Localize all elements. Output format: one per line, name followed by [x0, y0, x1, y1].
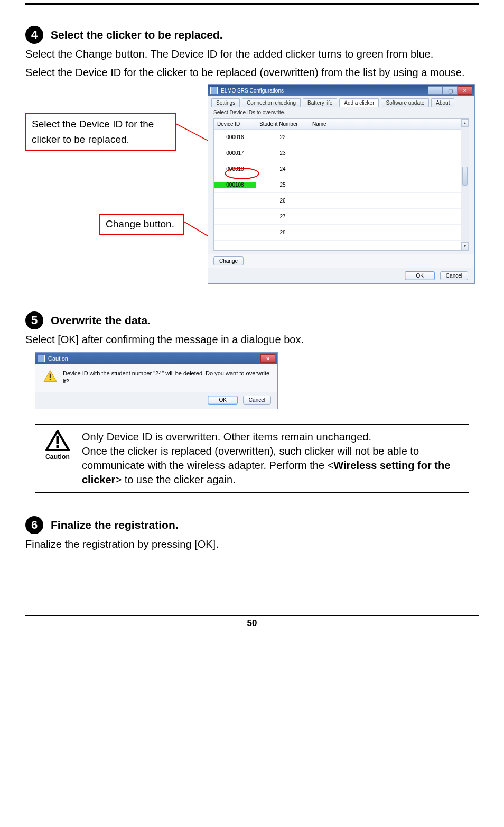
dialog-app-icon — [38, 355, 45, 362]
cancel-button[interactable]: Cancel — [440, 271, 468, 280]
callout-select-device: Select the Device ID for the clicker to … — [25, 113, 176, 151]
table-row[interactable]: 27 — [214, 209, 469, 225]
caution-icon — [45, 430, 70, 451]
caution-note-text: Only Device ID is overwritten. Other ite… — [82, 430, 461, 487]
callout-change-button: Change button. — [99, 214, 184, 235]
tab-about[interactable]: About — [431, 98, 454, 107]
tab-row: Settings Connection checking Battery lif… — [208, 96, 474, 107]
minimize-button[interactable]: ‒ — [428, 86, 443, 95]
tab-software-update[interactable]: Software update — [381, 98, 429, 107]
scroll-thumb[interactable] — [462, 167, 468, 186]
step-title: Finalize the registration. — [51, 519, 179, 531]
step-4-body-line2: Select the Device ID for the clicker to … — [25, 66, 479, 80]
ok-button[interactable]: OK — [405, 271, 434, 280]
dialog-message: Device ID with the student number "24" w… — [63, 370, 270, 385]
svg-rect-5 — [50, 374, 51, 378]
change-button-row: Change — [208, 254, 474, 268]
col-header-name: Name — [309, 119, 469, 129]
warning-icon — [43, 370, 58, 382]
tab-battery-life[interactable]: Battery life — [303, 98, 337, 107]
table-row[interactable]: 26 — [214, 193, 469, 209]
svg-rect-9 — [57, 445, 59, 448]
dialog-titlebar: Caution ✕ — [35, 353, 277, 364]
step-4-heading: 4 Select the clicker to be replaced. — [25, 26, 479, 44]
window-title: ELMO SRS Configurations — [221, 88, 284, 94]
table-row[interactable]: 000016 22 — [214, 130, 469, 145]
tab-connection-checking[interactable]: Connection checking — [242, 98, 301, 107]
footer-divider — [25, 615, 479, 616]
screenshot-region: Select the Device ID for the clicker to … — [25, 84, 479, 290]
window-titlebar: ELMO SRS Configurations ‒ ▢ ✕ — [208, 85, 474, 96]
maximize-button[interactable]: ▢ — [443, 86, 458, 95]
grid-scrollbar[interactable]: ▴ ▾ — [461, 119, 469, 250]
close-button[interactable]: ✕ — [458, 86, 472, 95]
device-grid: Device ID Student Number Name 000016 22 … — [213, 118, 469, 251]
step-6-heading: 6 Finalize the registration. — [25, 516, 479, 534]
table-row[interactable]: 000018 24 — [214, 161, 469, 177]
top-divider — [25, 3, 479, 5]
caution-dialog: Caution ✕ Device ID with the student num… — [35, 352, 278, 409]
scroll-down-icon[interactable]: ▾ — [461, 242, 469, 250]
window-footer-buttons: OK Cancel — [405, 271, 468, 280]
scroll-up-icon[interactable]: ▴ — [461, 119, 469, 127]
col-header-student-number: Student Number — [256, 119, 309, 129]
dialog-cancel-button[interactable]: Cancel — [243, 396, 271, 405]
step-6-body: Finalize the registration by pressing [O… — [25, 537, 479, 552]
svg-rect-6 — [50, 379, 51, 380]
step-number-badge: 5 — [25, 311, 43, 329]
step-title: Select the clicker to be replaced. — [51, 29, 223, 41]
caution-icon-label: Caution — [43, 453, 72, 461]
window-controls: ‒ ▢ ✕ — [428, 86, 472, 95]
tab-settings[interactable]: Settings — [211, 98, 240, 107]
dialog-ok-button[interactable]: OK — [208, 396, 237, 405]
svg-rect-8 — [57, 436, 59, 444]
table-row[interactable]: 000108 25 — [214, 177, 469, 193]
dialog-close-button[interactable]: ✕ — [260, 354, 275, 363]
caution-note-box: Caution Only Device ID is overwritten. O… — [35, 424, 469, 493]
dialog-footer: OK Cancel — [35, 392, 277, 409]
table-row[interactable]: 28 — [214, 225, 469, 241]
app-window: ELMO SRS Configurations ‒ ▢ ✕ Settings C… — [208, 84, 475, 284]
step-5-body: Select [OK] after confirming the message… — [25, 333, 479, 347]
col-header-device-id: Device ID — [214, 119, 256, 129]
step-4-body-line1: Select the Change button. The Device ID … — [25, 47, 479, 61]
grid-header: Device ID Student Number Name — [214, 119, 469, 130]
step-5-heading: 5 Overwrite the data. — [25, 311, 479, 329]
step-title: Overwrite the data. — [51, 314, 151, 327]
step-number-badge: 6 — [25, 516, 43, 534]
table-row[interactable]: 000017 23 — [214, 145, 469, 161]
dialog-title: Caution — [48, 355, 68, 362]
change-button[interactable]: Change — [213, 256, 244, 265]
dialog-window-controls: ✕ — [260, 354, 275, 363]
tab-add-a-clicker[interactable]: Add a clicker — [339, 98, 379, 107]
document-page: 4 Select the clicker to be replaced. Sel… — [0, 3, 504, 650]
tab-instruction-text: Select Device IDs to overwrite. — [208, 107, 474, 117]
step-number-badge: 4 — [25, 26, 43, 44]
app-icon — [210, 87, 218, 94]
page-number: 50 — [25, 618, 479, 629]
